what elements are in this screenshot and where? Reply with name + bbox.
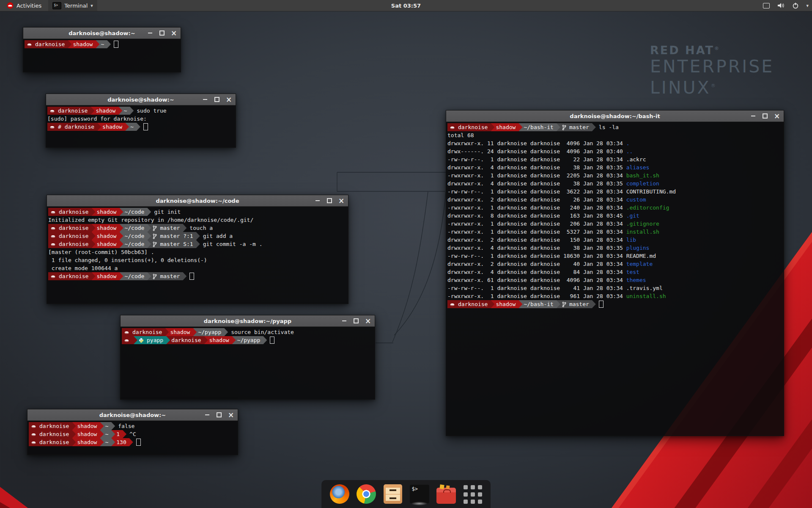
terminal-output-line: -rw-rw-r--. 1 darknoise darknoise 22 Jan… bbox=[447, 155, 784, 163]
prompt-segment-darkgray: master bbox=[557, 123, 596, 131]
close-button[interactable]: × bbox=[365, 318, 370, 323]
prompt-segment-red: shadow bbox=[491, 123, 522, 131]
display-icon[interactable] bbox=[763, 3, 770, 8]
window-titlebar[interactable]: darknoise@shadow:~/code× bbox=[47, 195, 348, 207]
terminal-content[interactable]: darknoiseshadow~ bbox=[23, 39, 181, 48]
terminal-prompt-line: darknoiseshadow~/bash-itmasterls -la bbox=[447, 123, 784, 131]
terminal-prompt-line: darknoiseshadow~/codemaster ?:1git add a bbox=[48, 232, 348, 240]
window-titlebar[interactable]: darknoise@shadow:~× bbox=[46, 94, 236, 105]
app-menu-terminal[interactable]: $> Terminal ▾ bbox=[48, 0, 97, 11]
maximize-button[interactable] bbox=[354, 318, 359, 323]
red-corner-sliver bbox=[0, 487, 28, 508]
window-title: darknoise@shadow:~/code bbox=[156, 198, 239, 204]
terminal-content[interactable]: darknoiseshadow~/pyappsource bin/activat… bbox=[121, 327, 375, 344]
window-titlebar[interactable]: darknoise@shadow:~/bash-it× bbox=[446, 110, 784, 122]
terminal-output-line: drwxrwxr-x. 11 darknoise darknoise 4096 … bbox=[447, 139, 784, 147]
minimize-button[interactable] bbox=[315, 198, 320, 203]
close-button[interactable]: × bbox=[339, 198, 344, 203]
terminal-output-line: drwxrwxr-x. 2 darknoise darknoise 40 Jan… bbox=[447, 260, 784, 268]
terminal-prompt-line: darknoiseshadow~false bbox=[29, 422, 238, 430]
prompt-segment-red: shadow bbox=[204, 336, 236, 344]
prompt-segment-red: shadow bbox=[68, 40, 99, 48]
maximize-button[interactable] bbox=[327, 198, 332, 203]
prompt-segment-darkgray: master S:1 bbox=[147, 240, 200, 248]
terminal-content[interactable]: darknoiseshadow~/bash-itmasterls -latota… bbox=[446, 122, 784, 308]
terminal-output-line: -rw-rw-r--. 1 darknoise darknoise 41 Jan… bbox=[447, 284, 784, 292]
prompt-segment-red: shadow bbox=[91, 232, 123, 240]
close-button[interactable]: × bbox=[171, 30, 176, 36]
command-text: sudo true bbox=[130, 107, 166, 115]
terminal-prompt-line: darknoiseshadow~/codemastertouch a bbox=[48, 224, 348, 232]
minimize-button[interactable] bbox=[203, 97, 208, 102]
redhat-prompt-icon bbox=[49, 108, 55, 113]
minimize-button[interactable] bbox=[342, 318, 347, 323]
volume-icon[interactable] bbox=[777, 2, 785, 9]
python-venv-icon bbox=[139, 338, 144, 343]
command-text: source bin/activate bbox=[224, 328, 294, 336]
terminal-prompt-line: darknoiseshadow~sudo true bbox=[47, 107, 236, 115]
terminal-output-line: drwxrwxr-x. 61 darknoise darknoise 4096 … bbox=[447, 276, 784, 284]
window-terminal-code: darknoise@shadow:~/code×darknoiseshadow~… bbox=[47, 195, 348, 304]
chevron-down-icon[interactable]: ▾ bbox=[806, 3, 809, 8]
terminal-content[interactable]: darknoiseshadow~/codegit initInitialized… bbox=[47, 207, 348, 280]
redhat-prompt-icon bbox=[50, 209, 56, 215]
redhat-prompt-icon bbox=[450, 124, 455, 130]
terminal-content[interactable]: darknoiseshadow~falsedarknoiseshadow~1^C… bbox=[27, 421, 238, 446]
dock-icon-files[interactable] bbox=[383, 484, 403, 504]
git-branch-icon bbox=[562, 124, 566, 130]
maximize-button[interactable] bbox=[217, 412, 222, 417]
git-branch-icon bbox=[152, 273, 157, 279]
prompt-segment-darkred: darknoise bbox=[47, 107, 94, 115]
close-button[interactable]: × bbox=[226, 97, 231, 102]
power-icon[interactable] bbox=[792, 2, 799, 9]
prompt-segment-red: shadow bbox=[91, 240, 123, 248]
terminal-output-line: -rwxrwxr-x. 1 darknoise darknoise 961 Ja… bbox=[447, 292, 784, 300]
logo-enterprise-line: ENTERPRISE bbox=[650, 57, 774, 76]
dock-icon-toolbox[interactable] bbox=[436, 484, 456, 504]
redhat-prompt-icon bbox=[31, 431, 36, 437]
window-titlebar[interactable]: darknoise@shadow:~× bbox=[23, 28, 181, 39]
maximize-button[interactable] bbox=[159, 30, 165, 36]
terminal-prompt-line: darknoiseshadow~/codegit init bbox=[48, 208, 348, 216]
minimize-button[interactable] bbox=[148, 30, 153, 36]
close-button[interactable]: × bbox=[228, 412, 233, 417]
prompt-segment-teal: pyapp bbox=[134, 336, 170, 344]
redhat-prompt-icon bbox=[50, 233, 56, 239]
window-terminal-bash-it: darknoise@shadow:~/bash-it×darknoiseshad… bbox=[446, 110, 784, 436]
terminal-output-line: Initialized empty Git repository in /hom… bbox=[48, 216, 348, 224]
clock[interactable]: Sat 03:57 bbox=[0, 3, 812, 9]
prompt-segment-red: shadow bbox=[91, 208, 123, 216]
minimize-button[interactable] bbox=[205, 412, 210, 417]
activities-button[interactable]: Activities bbox=[3, 0, 45, 11]
dock-icon-firefox[interactable] bbox=[330, 484, 349, 504]
terminal-output-line: 1 file changed, 0 insertions(+), 0 delet… bbox=[48, 256, 348, 264]
window-title: darknoise@shadow:~ bbox=[69, 30, 135, 36]
prompt-segment-red: shadow bbox=[72, 430, 104, 438]
git-branch-icon bbox=[152, 233, 157, 239]
terminal-output-line: [master (root-commit) 50bcb63] . bbox=[48, 248, 348, 256]
prompt-segment-darkred: darknoise bbox=[29, 430, 76, 438]
prompt-segment-darkred: darknoise bbox=[29, 438, 76, 446]
close-button[interactable]: × bbox=[774, 113, 779, 119]
window-titlebar[interactable]: darknoise@shadow:~× bbox=[27, 409, 238, 421]
maximize-button[interactable] bbox=[763, 113, 768, 119]
prompt-segment-darkred: darknoise bbox=[48, 224, 95, 232]
app-grid-icon bbox=[464, 485, 482, 504]
dock-icon-chrome[interactable] bbox=[357, 484, 376, 504]
minimize-button[interactable] bbox=[751, 113, 756, 119]
dock-icon-app-grid[interactable] bbox=[463, 484, 483, 504]
prompt-segment-darkred: # darknoise bbox=[47, 123, 101, 131]
window-titlebar[interactable]: darknoise@shadow:~/pyapp× bbox=[121, 315, 375, 327]
window-title: darknoise@shadow:~/bash-it bbox=[570, 113, 660, 119]
prompt-segment-red: shadow bbox=[72, 422, 104, 430]
maximize-button[interactable] bbox=[214, 97, 219, 102]
redhat-prompt-icon bbox=[50, 273, 56, 279]
redhat-prompt-icon bbox=[50, 225, 56, 231]
terminal-output-line: -rwxrwxr-x. 1 darknoise darknoise 5327 J… bbox=[447, 228, 784, 236]
prompt-segment-darkred: darknoise bbox=[122, 328, 169, 336]
dock-icon-terminal[interactable]: $> bbox=[410, 484, 429, 504]
terminal-content[interactable]: darknoiseshadow~sudo true[sudo] password… bbox=[46, 105, 236, 131]
command-text: ls -la bbox=[592, 123, 619, 131]
terminal-output-line: drwxrwxr-x. 4 darknoise darknoise 38 Jan… bbox=[447, 244, 784, 252]
rhel-wallpaper-logo: RED HAT® ENTERPRISE LINUX® bbox=[650, 42, 774, 97]
